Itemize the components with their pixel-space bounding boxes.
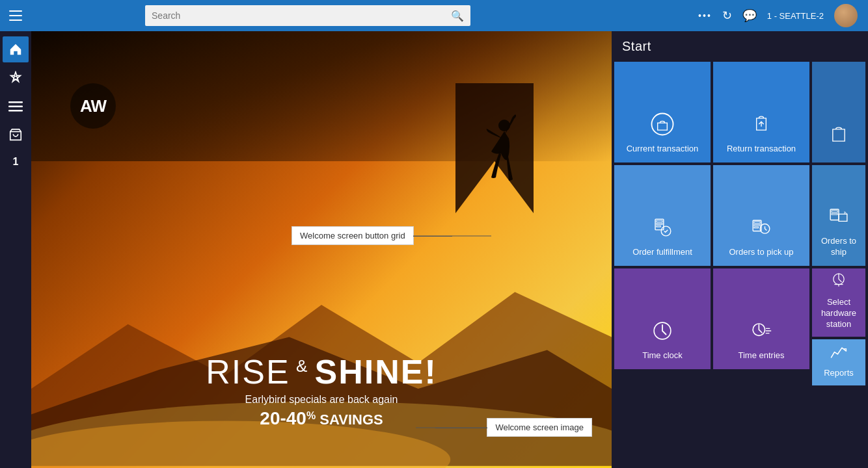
tile-orders-ship[interactable]: Orders to ship xyxy=(812,165,865,266)
svg-rect-24 xyxy=(754,227,758,228)
start-label: Start xyxy=(612,31,868,62)
hamburger-button[interactable] xyxy=(0,0,31,31)
svg-rect-17 xyxy=(657,220,662,222)
tile-orders-pickup[interactable]: Orders to pick up xyxy=(713,165,809,266)
tile-current-transaction-label: Current transaction xyxy=(623,144,703,155)
svg-point-12 xyxy=(498,120,510,131)
shopping-bag-icon xyxy=(648,110,677,138)
welcome-area: AW RISE & SHINE! Earlybird specials are … xyxy=(31,31,612,468)
tile-grid: Current transaction Return transaction xyxy=(612,62,868,468)
aw-logo: AW xyxy=(70,83,116,129)
callout-welcome-image: Welcome screen image xyxy=(487,418,592,437)
search-bar[interactable]: 🔍 xyxy=(145,5,470,26)
savings-number: 20-40 xyxy=(260,408,306,428)
svg-rect-0 xyxy=(9,10,22,12)
svg-rect-1 xyxy=(9,15,22,16)
search-icon: 🔍 xyxy=(451,10,464,22)
svg-rect-27 xyxy=(832,211,837,213)
avatar-image xyxy=(834,4,858,27)
callout-button-grid-label: Welcome screen button grid xyxy=(300,231,405,240)
tile-order-fulfillment-label: Order fulfillment xyxy=(629,247,696,258)
tile-reports-label: Reports xyxy=(820,368,858,379)
shine-text: SHINE! xyxy=(314,353,437,391)
right-panel: Start Current transaction Return tr xyxy=(612,31,868,468)
sidebar-item-menu[interactable] xyxy=(3,94,29,120)
top-bar: 🔍 ••• ↻ 💬 1 - SEATTLE-2 xyxy=(0,0,868,31)
savings-label: SAVINGS xyxy=(316,411,383,428)
svg-point-15 xyxy=(652,114,673,135)
welcome-text: RISE & SHINE! Earlybird specials are bac… xyxy=(206,352,437,429)
svg-rect-28 xyxy=(832,214,837,215)
store-info: 1 - SEATTLE-2 xyxy=(767,11,824,21)
orders-ship-icon xyxy=(824,202,853,231)
sidebar-item-cart[interactable] xyxy=(3,122,29,148)
sidebar: 1 xyxy=(0,31,31,468)
order-fulfillment-icon xyxy=(648,213,677,242)
tile-orders-pickup-label: Orders to pick up xyxy=(726,247,798,258)
sidebar-item-products[interactable] xyxy=(3,65,29,91)
sidebar-item-home[interactable] xyxy=(3,36,29,62)
tile-time-clock-label: Time clock xyxy=(638,350,686,361)
tagline-text: Earlybird specials are back again xyxy=(206,394,437,406)
svg-rect-5 xyxy=(8,106,23,108)
tile-time-clock[interactable]: Time clock xyxy=(614,268,711,369)
main-content: AW RISE & SHINE! Earlybird specials are … xyxy=(31,31,868,468)
tile-orders-ship-label: Orders to ship xyxy=(812,236,865,258)
tile-select-hardware[interactable]: Select hardware station xyxy=(812,268,865,337)
tile-return-transaction-label: Return transaction xyxy=(723,144,800,155)
tile-overflow-col1 xyxy=(812,62,865,162)
bag-icon-overflow xyxy=(824,121,853,150)
svg-rect-6 xyxy=(8,110,23,112)
rise-shine-text: RISE & SHINE! xyxy=(206,352,437,391)
tile-order-fulfillment[interactable]: Order fulfillment xyxy=(614,165,711,266)
refresh-button[interactable]: ↻ xyxy=(722,8,732,23)
search-input[interactable] xyxy=(152,10,451,21)
sidebar-number: 1 xyxy=(13,156,19,168)
savings-text: 20-40% SAVINGS xyxy=(206,408,437,429)
svg-rect-4 xyxy=(8,101,23,103)
tile-select-hardware-label: Select hardware station xyxy=(812,297,865,330)
and-text: & xyxy=(290,356,315,376)
time-entries-icon xyxy=(747,317,776,345)
rise-text: RISE xyxy=(206,353,290,391)
orders-pickup-icon xyxy=(747,213,776,242)
savings-percent: % xyxy=(306,410,316,421)
tile-time-entries[interactable]: Time entries xyxy=(713,268,809,369)
callout-image-label: Welcome screen image xyxy=(495,422,584,432)
tile-current-transaction[interactable]: Current transaction xyxy=(614,62,711,162)
svg-rect-19 xyxy=(657,226,660,227)
time-clock-icon xyxy=(648,317,677,345)
return-bag-icon xyxy=(747,110,776,138)
tile-reports[interactable]: Reports xyxy=(812,339,865,385)
top-right-controls: ••• ↻ 💬 1 - SEATTLE-2 xyxy=(698,4,858,27)
svg-rect-22 xyxy=(754,222,760,224)
climber-svg xyxy=(455,83,534,213)
reports-icon xyxy=(827,339,850,363)
svg-rect-18 xyxy=(657,224,662,225)
svg-rect-2 xyxy=(9,20,22,21)
callout-button-grid: Welcome screen button grid xyxy=(292,226,414,245)
tile-return-transaction[interactable]: Return transaction xyxy=(713,62,809,162)
tile-time-entries-label: Time entries xyxy=(734,350,788,361)
svg-rect-23 xyxy=(754,225,760,226)
ellipsis-button[interactable]: ••• xyxy=(698,10,712,21)
messages-button[interactable]: 💬 xyxy=(742,8,757,23)
tile-hardware-reports-container: Select hardware station Reports xyxy=(812,268,865,369)
hardware-station-icon xyxy=(827,268,850,292)
avatar[interactable] xyxy=(834,4,858,27)
